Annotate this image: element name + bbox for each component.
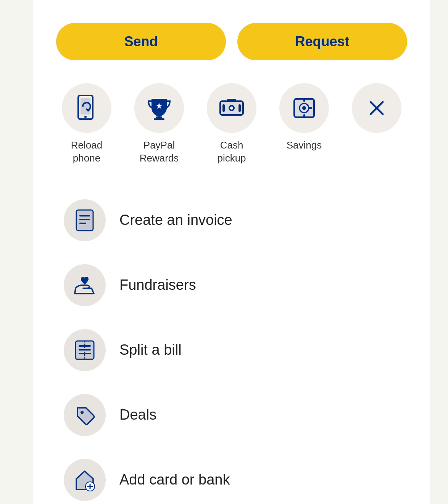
fundraisers-label: Fundraisers bbox=[119, 277, 196, 293]
list-item-split-bill[interactable]: Split a bill bbox=[56, 318, 407, 383]
svg-rect-23 bbox=[79, 215, 90, 216]
invoice-icon-circle bbox=[64, 199, 106, 241]
svg-rect-16 bbox=[309, 107, 312, 109]
savings-label: Savings bbox=[287, 139, 322, 152]
close-icon bbox=[367, 98, 387, 118]
list-item-deals[interactable]: Deals bbox=[56, 383, 407, 447]
svg-rect-3 bbox=[156, 116, 162, 118]
savings-circle bbox=[279, 83, 329, 133]
svg-rect-7 bbox=[227, 99, 236, 102]
app-container: Send Request Reloadphone bbox=[33, 0, 430, 504]
add-card-icon-circle bbox=[64, 459, 106, 501]
phone-reload-icon bbox=[75, 95, 98, 121]
deals-icon-circle bbox=[64, 394, 106, 436]
quick-action-reload-phone[interactable]: Reloadphone bbox=[56, 83, 117, 165]
quick-action-cash-pickup[interactable]: Cashpickup bbox=[201, 83, 262, 165]
svg-point-15 bbox=[302, 106, 306, 110]
reload-phone-label: Reloadphone bbox=[71, 139, 102, 165]
top-buttons: Send Request bbox=[56, 23, 407, 60]
list-item-add-card-bank[interactable]: Add card or bank bbox=[56, 447, 407, 504]
trophy-icon bbox=[147, 96, 171, 120]
svg-point-2 bbox=[84, 116, 87, 118]
svg-point-32 bbox=[81, 411, 84, 414]
fundraisers-icon-circle bbox=[64, 264, 106, 306]
add-card-icon bbox=[73, 468, 97, 492]
quick-action-paypal-rewards[interactable]: PayPalRewards bbox=[129, 83, 190, 165]
create-invoice-label: Create an invoice bbox=[119, 212, 232, 228]
svg-rect-4 bbox=[154, 118, 164, 120]
svg-rect-1 bbox=[81, 98, 90, 115]
invoice-icon bbox=[74, 209, 95, 232]
deals-icon bbox=[74, 404, 96, 426]
savings-icon bbox=[292, 96, 316, 120]
cash-pickup-label: Cashpickup bbox=[217, 139, 246, 165]
list-item-fundraisers[interactable]: Fundraisers bbox=[56, 253, 407, 318]
close-circle bbox=[352, 83, 401, 133]
svg-rect-11 bbox=[239, 104, 241, 112]
send-button[interactable]: Send bbox=[56, 23, 226, 60]
quick-action-close[interactable] bbox=[346, 83, 407, 139]
split-bill-label: Split a bill bbox=[119, 342, 182, 358]
svg-rect-24 bbox=[79, 219, 90, 220]
fundraisers-icon bbox=[73, 274, 97, 297]
quick-actions-row: Reloadphone PayPalRewards bbox=[56, 83, 407, 165]
quick-action-savings[interactable]: Savings bbox=[274, 83, 335, 152]
deals-label: Deals bbox=[119, 407, 156, 423]
svg-rect-10 bbox=[222, 104, 225, 112]
split-bill-icon-circle bbox=[64, 329, 106, 371]
cash-pickup-icon bbox=[219, 97, 245, 119]
list-item-create-invoice[interactable]: Create an invoice bbox=[56, 188, 407, 253]
svg-rect-17 bbox=[303, 99, 305, 102]
add-card-bank-label: Add card or bank bbox=[119, 472, 230, 488]
paypal-rewards-circle bbox=[134, 83, 184, 133]
paypal-rewards-label: PayPalRewards bbox=[140, 139, 179, 165]
svg-rect-25 bbox=[79, 223, 86, 224]
split-bill-icon bbox=[74, 339, 96, 361]
svg-point-9 bbox=[230, 107, 233, 110]
request-button[interactable]: Request bbox=[237, 23, 407, 60]
svg-rect-18 bbox=[303, 114, 305, 117]
cash-pickup-circle bbox=[207, 83, 256, 133]
reload-phone-circle bbox=[62, 83, 111, 133]
list-section: Create an invoice Fundraisers bbox=[56, 188, 407, 504]
